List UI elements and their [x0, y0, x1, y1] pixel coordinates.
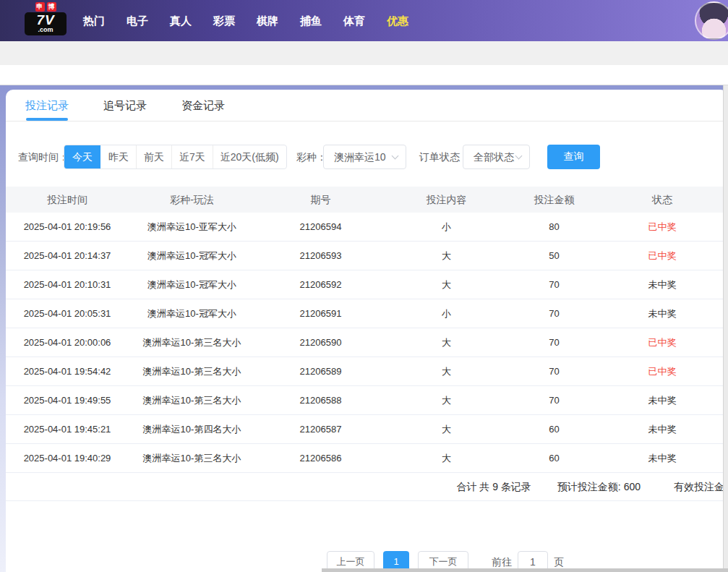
bet-time: 2025-04-01 20:19:56 [6, 213, 129, 241]
status-badge: 已中奖 [601, 213, 723, 241]
game-play: 澳洲幸运10-第四名大小 [129, 415, 255, 443]
game-play: 澳洲幸运10-第三名大小 [129, 328, 255, 357]
logo-domain-text: .com [25, 27, 67, 33]
order-status-select[interactable]: 全部状态 [463, 145, 530, 169]
bet-amount: 70 [507, 328, 601, 357]
nav-item-cards[interactable]: 棋牌 [246, 0, 289, 41]
period: 21206587 [255, 415, 386, 443]
bet-amount: 70 [507, 357, 601, 385]
bet-content: 大 [386, 328, 507, 357]
status-badge: 未中奖 [601, 415, 723, 443]
summary-row: 合计 共 9 条记录 预计投注金额: 600 有效投注金额 [6, 473, 723, 501]
game-play: 澳洲幸运10-冠军大小 [129, 299, 255, 328]
table-row: 2025-04-01 19:54:42 澳洲幸运10-第三名大小 2120658… [6, 357, 723, 386]
table-row: 2025-04-01 20:05:31 澳洲幸运10-冠军大小 21206591… [6, 299, 723, 328]
summary-expected-amount: 预计投注金额: 600 [557, 473, 641, 500]
period: 21206586 [255, 444, 386, 472]
bet-amount: 70 [507, 270, 601, 299]
game-play: 澳洲幸运10-亚军大小 [129, 213, 255, 241]
nav-item-slots[interactable]: 电子 [116, 0, 159, 41]
nav-item-sports[interactable]: 体育 [333, 0, 376, 41]
horizontal-scrollbar[interactable] [322, 568, 728, 572]
bet-time: 2025-04-01 19:49:55 [6, 386, 129, 414]
bet-amount: 70 [507, 386, 601, 414]
url-bar[interactable]: https://ctopcp02pcali.uengi5e.com/lotter… [0, 65, 728, 85]
bet-time: 2025-04-01 19:40:29 [6, 444, 129, 472]
nav-item-hot[interactable]: 热门 [72, 0, 116, 41]
tab-chase-records[interactable]: 追号记录 [103, 90, 147, 121]
lottery-type-label: 彩种： [296, 145, 327, 169]
user-avatar[interactable] [695, 1, 728, 40]
lottery-type-select[interactable]: 澳洲幸运10 [323, 145, 406, 169]
logo-main: 7V .com [25, 12, 67, 35]
nav-item-lottery[interactable]: 彩票 [202, 0, 246, 41]
table-row: 2025-04-01 20:14:37 澳洲幸运10-冠军大小 21206593… [6, 242, 723, 270]
col-bet-time: 投注时间 [6, 187, 129, 213]
game-play: 澳洲幸运10-冠军大小 [129, 270, 255, 299]
table-row: 2025-04-01 20:10:31 澳洲幸运10-冠军大小 21206592… [6, 270, 723, 299]
time-option-7days[interactable]: 近7天 [171, 145, 213, 168]
period: 21206589 [255, 357, 386, 385]
chevron-down-icon [392, 153, 399, 160]
time-option-20days[interactable]: 近20天(低频) [213, 145, 286, 168]
bet-amount: 50 [507, 242, 601, 270]
period: 21206590 [255, 328, 386, 357]
period: 21206594 [255, 213, 386, 241]
status-badge: 未中奖 [601, 444, 723, 472]
browser-title-bar: DB DB彩票 - 极速浏览器 — □ × [0, 41, 728, 65]
bet-content: 大 [386, 357, 507, 385]
status-badge: 未中奖 [601, 299, 723, 328]
period: 21206592 [255, 270, 386, 299]
col-bet-amount: 投注金额 [507, 187, 601, 213]
content-card: 投注记录 追号记录 资金记录 查询时间： 今天 昨天 前天 近7天 近20天(低… [6, 90, 728, 572]
bet-time: 2025-04-01 19:54:42 [6, 357, 129, 385]
bet-content: 小 [386, 299, 507, 328]
table-body: 2025-04-01 20:19:56 澳洲幸运10-亚军大小 21206594… [6, 213, 723, 473]
table-row: 2025-04-01 19:40:29 澳洲幸运10-第三名大小 2120658… [6, 444, 723, 473]
bet-time: 2025-04-01 19:45:21 [6, 415, 129, 443]
logo-badges: 申 博 [25, 2, 67, 12]
col-bet-content: 投注内容 [386, 187, 507, 213]
nav-item-promo[interactable]: 优惠 [376, 0, 419, 41]
col-game-play: 彩种-玩法 [129, 187, 255, 213]
chevron-down-icon [515, 153, 523, 160]
vertical-scrollbar[interactable] [723, 85, 728, 572]
bet-time: 2025-04-01 20:05:31 [6, 299, 129, 328]
bet-content: 大 [386, 242, 507, 270]
site-logo[interactable]: 申 博 7V .com [25, 2, 67, 35]
site-nav-menu: 热门 电子 真人 彩票 棋牌 捕鱼 体育 优惠 [72, 0, 419, 41]
order-status-value: 全部状态 [474, 151, 514, 163]
status-badge: 已中奖 [601, 242, 723, 270]
bet-amount: 80 [507, 213, 601, 241]
logo-brand-text: 7V [25, 14, 67, 27]
bet-amount: 60 [507, 415, 601, 443]
time-option-today[interactable]: 今天 [64, 145, 100, 169]
bet-time: 2025-04-01 20:14:37 [6, 242, 129, 270]
status-badge: 已中奖 [601, 328, 723, 357]
logo-badge-left: 申 [35, 2, 45, 12]
search-button[interactable]: 查询 [547, 145, 600, 169]
bet-content: 大 [386, 444, 507, 472]
bet-content: 小 [386, 213, 507, 241]
table-row: 2025-04-01 19:45:21 澳洲幸运10-第四名大小 2120658… [6, 415, 723, 444]
table-row: 2025-04-01 19:49:55 澳洲幸运10-第三名大小 2120658… [6, 386, 723, 415]
logo-badge-right: 博 [47, 2, 56, 12]
bet-content: 大 [386, 270, 507, 299]
summary-valid-amount: 有效投注金额 [674, 473, 728, 500]
game-play: 澳洲幸运10-第三名大小 [129, 357, 255, 385]
time-option-yesterday[interactable]: 昨天 [100, 145, 136, 168]
status-badge: 未中奖 [601, 386, 723, 414]
nav-item-live[interactable]: 真人 [159, 0, 202, 41]
nav-item-fishing[interactable]: 捕鱼 [289, 0, 333, 41]
bet-amount: 70 [507, 299, 601, 328]
lottery-type-value: 澳洲幸运10 [334, 151, 386, 163]
summary-record-count: 合计 共 9 条记录 [456, 473, 531, 500]
table-row: 2025-04-01 20:00:06 澳洲幸运10-第三名大小 2120659… [6, 328, 723, 357]
table-header: 投注时间 彩种-玩法 期号 投注内容 投注金额 状态 [6, 187, 723, 213]
tab-bet-records[interactable]: 投注记录 [25, 90, 69, 121]
screen: 申 博 7V .com 热门 电子 真人 彩票 棋牌 捕鱼 体育 优惠 DB D… [0, 0, 728, 572]
time-option-day-before[interactable]: 前天 [136, 145, 171, 168]
tab-fund-records[interactable]: 资金记录 [181, 90, 225, 121]
query-time-label: 查询时间： [18, 145, 69, 169]
game-play: 澳洲幸运10-第三名大小 [129, 444, 255, 472]
